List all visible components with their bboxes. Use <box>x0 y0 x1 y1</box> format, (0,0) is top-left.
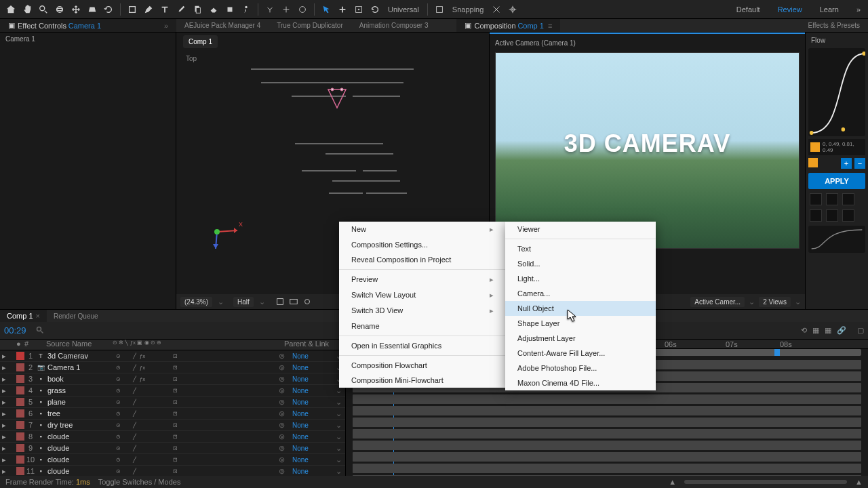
switch-r[interactable]: ⊙ <box>114 432 122 441</box>
menu-rename[interactable]: Rename <box>339 319 506 333</box>
switch-3d[interactable]: ⊡ <box>171 409 179 418</box>
parent-dropdown[interactable]: None <box>288 433 336 441</box>
switch-3d[interactable]: ⊡ <box>171 467 179 475</box>
chevron-down-icon[interactable]: ⌄ <box>336 409 345 418</box>
tl-opt-4[interactable]: 🔗 <box>837 326 846 335</box>
camera-view-dropdown[interactable]: Active Camer... <box>690 297 745 307</box>
parent-dropdown[interactable]: None <box>288 399 336 406</box>
arrow-icon[interactable]: ▸ <box>0 432 8 441</box>
tl-opt-1[interactable]: ⟲ <box>801 326 807 335</box>
switch-r[interactable]: ⊙ <box>114 409 122 418</box>
layer-duration-bar[interactable] <box>353 418 861 427</box>
layer-row[interactable]: ▸ 5 ▪ plane ⊙ ╱ ⊡ ⊚ None ⌄ <box>0 396 345 408</box>
parent-dropdown[interactable]: None <box>288 422 336 429</box>
arrow-icon[interactable]: ▸ <box>0 444 8 453</box>
switch-3d[interactable]: ⊡ <box>171 455 179 464</box>
flow-tab[interactable]: Flow <box>808 35 865 45</box>
zoom-icon[interactable] <box>37 3 50 16</box>
link-icon[interactable] <box>808 158 818 167</box>
switch-fx[interactable]: ╱ <box>130 409 138 418</box>
layer-color[interactable] <box>16 467 24 475</box>
preset-1[interactable] <box>810 193 822 205</box>
submenu-adjustment[interactable]: Adjustment Layer <box>505 331 656 346</box>
view-axis-icon[interactable] <box>296 3 309 16</box>
mini-curve[interactable] <box>808 226 865 253</box>
bbox-icon[interactable] <box>352 3 366 16</box>
vc-icon-2[interactable] <box>288 296 299 307</box>
menu-mini-flowchart[interactable]: Composition Mini-Flowchart <box>339 373 506 388</box>
work-area-end[interactable] <box>774 349 780 356</box>
parent-pickwhip-icon[interactable]: ⊚ <box>279 421 288 430</box>
snap-opt1-icon[interactable] <box>490 3 503 16</box>
chevron-down-icon[interactable]: ⌄ <box>218 298 224 306</box>
switch-r[interactable]: ⊙ <box>114 455 122 464</box>
switch-fx[interactable]: ╱ <box>130 386 138 394</box>
layer-color[interactable] <box>16 363 24 371</box>
layer-duration-bar[interactable] <box>353 441 861 450</box>
comp-tab[interactable]: Comp 1 <box>183 35 218 48</box>
arrow-icon[interactable]: ▸ <box>0 455 8 464</box>
add-icon[interactable] <box>336 3 349 16</box>
menu-switch-layout[interactable]: Switch View Layout▸ <box>339 287 506 303</box>
menu-comp-settings[interactable]: Composition Settings... <box>339 237 506 252</box>
submenu-viewer[interactable]: Viewer <box>505 222 656 237</box>
parent-dropdown[interactable]: None <box>288 468 336 475</box>
preset-6[interactable] <box>842 209 854 222</box>
apply-button[interactable]: APPLY <box>808 173 865 189</box>
layer-name[interactable]: grass <box>46 386 114 394</box>
parent-dropdown[interactable]: None <box>288 375 336 383</box>
parent-dropdown[interactable]: None <box>288 445 336 452</box>
tab-overflow[interactable]: » <box>164 22 168 30</box>
tl-opt-5[interactable]: ▢ <box>857 326 864 335</box>
snap-opt2-icon[interactable] <box>506 3 519 16</box>
search-icon[interactable] <box>36 326 44 336</box>
chevron-down-icon[interactable]: ⌄ <box>749 298 755 306</box>
switch-fx[interactable]: ╱ <box>130 455 138 464</box>
layer-color[interactable] <box>16 432 24 441</box>
chevron-down-icon[interactable]: ⌄ <box>336 467 345 476</box>
roto-icon[interactable] <box>223 3 237 16</box>
layer-row[interactable]: ▸ 6 ▪ tree ⊙ ╱ ⊡ ⊚ None ⌄ <box>0 408 345 420</box>
aejuice-tab[interactable]: AEJuice Pack Manager 4 <box>176 19 269 32</box>
parent-pickwhip-icon[interactable]: ⊚ <box>279 467 288 476</box>
minus-button[interactable]: − <box>854 158 865 169</box>
layer-duration-bar[interactable] <box>353 406 861 415</box>
zoom-out-icon[interactable]: ▲ <box>669 478 676 486</box>
switch-r[interactable]: ⊙ <box>114 375 122 383</box>
render-queue-tab[interactable]: Render Queue <box>47 310 105 322</box>
animcomposer-tab[interactable]: Animation Composer 3 <box>351 19 437 32</box>
layer-name[interactable]: cloude <box>46 432 114 441</box>
chevron-down-icon[interactable]: ⌄ <box>336 421 345 430</box>
pen-icon[interactable] <box>142 3 155 16</box>
layer-row[interactable]: ▸ 3 ▪ book ⊙ ╱ ƒх ⊡ ⊚ None ⌄ <box>0 373 345 385</box>
layer-duration-bar[interactable] <box>353 464 861 473</box>
vc-icon-3[interactable] <box>302 296 313 307</box>
parent-pickwhip-icon[interactable]: ⊚ <box>279 386 288 395</box>
submenu-c4d[interactable]: Maxon Cinema 4D File... <box>505 375 656 390</box>
layer-row[interactable]: ▸ 11 ▪ cloude ⊙ ╱ ⊡ ⊚ None ⌄ <box>0 466 345 476</box>
layer-row[interactable]: ▸ 7 ▪ dry tree ⊙ ╱ ⊡ ⊚ None ⌄ <box>0 420 345 431</box>
parent-dropdown[interactable]: None <box>288 352 336 360</box>
menu-switch-3d[interactable]: Switch 3D View▸ <box>339 303 506 319</box>
submenu-content-aware[interactable]: Content-Aware Fill Layer... <box>505 346 656 361</box>
switch-3d[interactable]: ⊡ <box>171 432 179 441</box>
vc-icon-1[interactable] <box>275 296 285 307</box>
composition-tab[interactable]: ▣ Composition Comp 1 ≡ <box>456 19 560 32</box>
layer-name[interactable]: cloude <box>46 455 114 464</box>
default-workspace[interactable]: Default <box>733 5 764 14</box>
layer-row[interactable]: ▸ 9 ▪ cloude ⊙ ╱ ⊡ ⊚ None ⌄ <box>0 443 345 454</box>
zoom-in-icon[interactable]: ▲ <box>855 478 863 486</box>
preset-5[interactable] <box>826 209 838 222</box>
dolly-icon[interactable] <box>85 3 99 16</box>
switch-3d[interactable]: ⊡ <box>171 363 179 371</box>
switch-fx[interactable]: ╱ <box>130 467 138 475</box>
layer-row[interactable]: ▸ 8 ▪ cloude ⊙ ╱ ⊡ ⊚ None ⌄ <box>0 431 345 443</box>
layer-color[interactable] <box>16 421 24 429</box>
tl-opt-2[interactable]: ▦ <box>812 326 819 335</box>
switch-r[interactable]: ⊙ <box>114 444 122 452</box>
close-icon[interactable]: × <box>36 312 40 320</box>
text-icon[interactable] <box>158 3 172 16</box>
parent-dropdown[interactable]: None <box>288 387 336 394</box>
parent-dropdown[interactable]: None <box>288 456 336 464</box>
arrow-icon[interactable]: ▸ <box>0 386 8 395</box>
